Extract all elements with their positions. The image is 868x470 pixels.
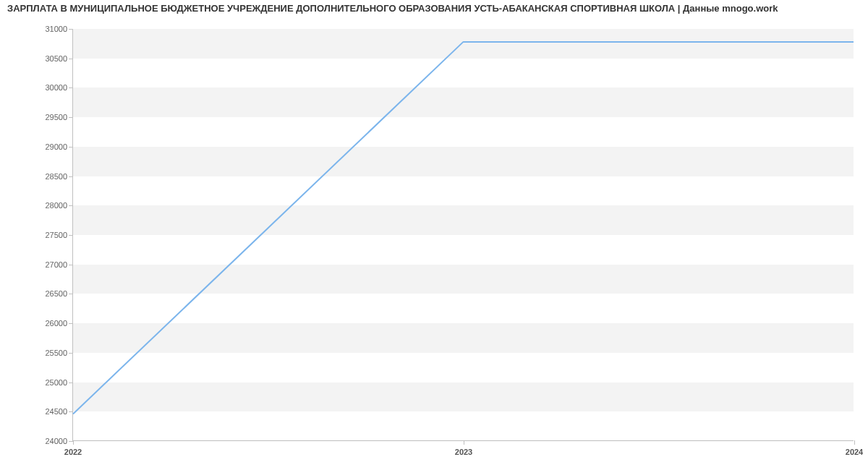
- y-tick-label: 27500: [45, 231, 73, 239]
- y-tick-label: 27000: [45, 260, 73, 269]
- y-tick-label: 31000: [45, 25, 73, 33]
- y-tick-label: 25500: [45, 349, 73, 357]
- y-tick-label: 29000: [45, 142, 73, 151]
- plot-area: 2400024500250002550026000265002700027500…: [72, 29, 854, 441]
- line-layer: [73, 29, 854, 440]
- chart-container: ЗАРПЛАТА В МУНИЦИПАЛЬНОЕ БЮДЖЕТНОЕ УЧРЕЖ…: [0, 0, 868, 470]
- y-tick-label: 28500: [45, 172, 73, 181]
- y-tick-label: 26500: [45, 289, 73, 298]
- y-tick-label: 28000: [45, 201, 73, 210]
- y-tick-label: 26000: [45, 319, 73, 328]
- x-tick-label: 2024: [846, 440, 863, 456]
- y-tick-label: 25000: [45, 378, 73, 387]
- x-tick-label: 2023: [455, 440, 472, 456]
- y-tick-label: 24500: [45, 407, 73, 416]
- y-tick-label: 30000: [45, 83, 73, 92]
- y-tick-label: 29500: [45, 113, 73, 121]
- series-line: [73, 42, 854, 414]
- chart-title: ЗАРПЛАТА В МУНИЦИПАЛЬНОЕ БЮДЖЕТНОЕ УЧРЕЖ…: [7, 3, 861, 14]
- y-tick-label: 30500: [45, 54, 73, 63]
- x-tick-label: 2022: [64, 440, 82, 456]
